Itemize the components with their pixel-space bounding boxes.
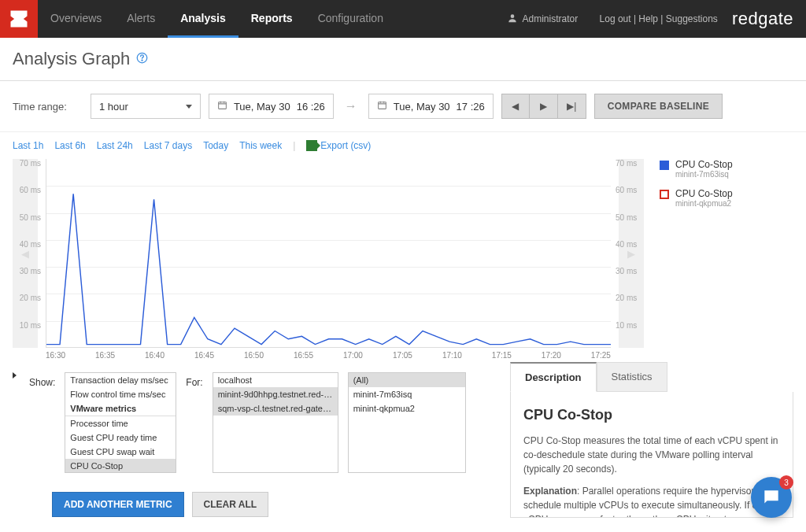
nav-analysis[interactable]: Analysis (168, 0, 238, 38)
chat-badge: 3 (779, 475, 793, 490)
add-metric-button[interactable]: ADD ANOTHER METRIC (52, 492, 184, 517)
separator: | (293, 140, 295, 151)
info-tabs: Description Statistics (510, 362, 793, 392)
legend: CPU Co-Stop minint-7m63isq CPU Co-Stop m… (644, 159, 793, 360)
calendar-icon (377, 100, 387, 113)
svg-point-2 (142, 60, 142, 61)
x-axis: 16:3016:3516:4016:4516:5016:5517:0017:05… (46, 351, 611, 360)
export-icon (306, 140, 317, 151)
quick-1h[interactable]: Last 1h (13, 140, 43, 151)
export-link[interactable]: Export (csv) (306, 140, 371, 151)
legend-swatch (660, 190, 669, 199)
quick-today[interactable]: Today (203, 140, 228, 151)
chart-wrap: ◀ ▶ 70 ms60 ms50 ms40 ms30 ms20 ms10 ms … (0, 159, 806, 360)
chart-body[interactable] (46, 159, 611, 348)
legend-item[interactable]: CPU Co-Stop minint-qkpmua2 (660, 188, 793, 208)
quick-week[interactable]: This week (239, 140, 282, 151)
quick-24h[interactable]: Last 24h (97, 140, 133, 151)
list-item[interactable]: Guest CPU swap wait (65, 445, 176, 459)
from-date[interactable]: Tue, May 30 16 :26 (209, 94, 334, 119)
prev-button[interactable]: ◀ (501, 94, 530, 119)
to-time-text: 17 :26 (457, 101, 485, 113)
logo (0, 0, 38, 38)
user-name: Administrator (523, 13, 579, 24)
page-title: Analysis Graph (13, 49, 130, 69)
nav-configuration[interactable]: Configuration (305, 0, 396, 38)
export-label: Export (csv) (320, 140, 371, 151)
skip-end-button[interactable]: ▶| (558, 94, 586, 119)
tab-statistics[interactable]: Statistics (597, 362, 667, 392)
clear-all-button[interactable]: CLEAR ALL (192, 492, 269, 517)
to-date[interactable]: Tue, May 30 17 :26 (368, 94, 494, 119)
nav-button-group: ◀ ▶ ▶| (501, 94, 586, 119)
expand-icon[interactable] (13, 372, 17, 379)
desc-p1: CPU Co-Stop measures the total time of e… (523, 434, 780, 476)
for-listbox[interactable]: localhostminint-9d0hhpg.testnet.red-gate… (213, 372, 338, 473)
list-item[interactable]: CPU Co-Stop (65, 459, 176, 473)
legend-item[interactable]: CPU Co-Stop minint-7m63isq (660, 159, 793, 179)
chat-button[interactable]: 3 (751, 477, 792, 518)
legend-name: CPU Co-Stop (675, 159, 733, 170)
quick-7d[interactable]: Last 7 days (144, 140, 192, 151)
main-nav: Overviews Alerts Analysis Reports Config… (38, 0, 396, 38)
brand: redgate (732, 9, 793, 29)
svg-rect-3 (219, 102, 227, 109)
quick-6h[interactable]: Last 6h (54, 140, 85, 151)
list-item[interactable]: Transaction delay ms/sec (65, 373, 176, 387)
show-listbox[interactable]: Transaction delay ms/secFlow control tim… (65, 372, 176, 473)
timerange-select[interactable]: 1 hour (91, 94, 201, 119)
list-item[interactable]: localhost (213, 373, 338, 387)
y-axis-right: 70 ms60 ms50 ms40 ms30 ms20 ms10 ms (612, 159, 644, 348)
arrow-right-icon: → (342, 99, 360, 113)
legend-swatch (660, 161, 669, 170)
list-item[interactable]: sqm-vsp-cl.testnet.red-gate.com (213, 401, 338, 416)
user-icon (507, 13, 518, 26)
list-item[interactable]: Guest CPU ready time (65, 430, 176, 445)
list-item[interactable]: VMware metrics (65, 401, 176, 416)
desc-p2: Explanation: Parallel operations require… (523, 484, 780, 518)
legend-host: minint-7m63isq (675, 170, 733, 179)
calendar-icon (217, 100, 227, 113)
from-time-text: 16 :26 (297, 101, 325, 113)
tab-description[interactable]: Description (510, 362, 597, 392)
list-item[interactable]: minint-9d0hhpg.testnet.red-gate.com (213, 387, 338, 401)
to-date-text: Tue, May 30 (394, 101, 450, 113)
timerange-value: 1 hour (99, 101, 128, 113)
scope-listbox[interactable]: (All)minint-7m63isqminint-qkpmua2 (348, 372, 466, 473)
topbar-right: Administrator Log out | Help | Suggestio… (507, 0, 807, 38)
for-label: For: (186, 372, 202, 388)
y-axis-left: 70 ms60 ms50 ms40 ms30 ms20 ms10 ms (13, 159, 44, 348)
list-item[interactable]: Processor time (65, 416, 176, 430)
nav-reports[interactable]: Reports (238, 0, 305, 38)
list-item[interactable]: minint-qkpmua2 (349, 401, 465, 416)
svg-point-0 (510, 14, 514, 18)
legend-name: CPU Co-Stop (675, 188, 733, 199)
chevron-down-icon (186, 105, 192, 109)
chart-area: ◀ ▶ 70 ms60 ms50 ms40 ms30 ms20 ms10 ms … (13, 159, 644, 360)
list-item[interactable]: (All) (349, 373, 465, 387)
quick-range-links: Last 1h Last 6h Last 24h Last 7 days Tod… (0, 132, 806, 159)
time-controls: Time range: 1 hour Tue, May 30 16 :26 → … (0, 81, 806, 132)
compare-baseline-button[interactable]: COMPARE BASELINE (594, 94, 723, 119)
help-icon[interactable] (136, 52, 148, 66)
next-button[interactable]: ▶ (530, 94, 558, 119)
list-item[interactable]: Flow control time ms/sec (65, 387, 176, 401)
from-date-text: Tue, May 30 (234, 101, 290, 113)
nav-overviews[interactable]: Overviews (38, 0, 114, 38)
timerange-label: Time range: (13, 101, 67, 113)
svg-rect-4 (378, 102, 386, 109)
user-links[interactable]: Log out | Help | Suggestions (600, 13, 718, 24)
show-label: Show: (29, 372, 55, 388)
list-item[interactable]: minint-7m63isq (349, 387, 465, 401)
desc-title: CPU Co-Stop (523, 405, 780, 426)
legend-host: minint-qkpmua2 (675, 199, 733, 208)
topbar: Overviews Alerts Analysis Reports Config… (0, 0, 806, 38)
nav-alerts[interactable]: Alerts (114, 0, 168, 38)
page-header: Analysis Graph (0, 38, 806, 81)
